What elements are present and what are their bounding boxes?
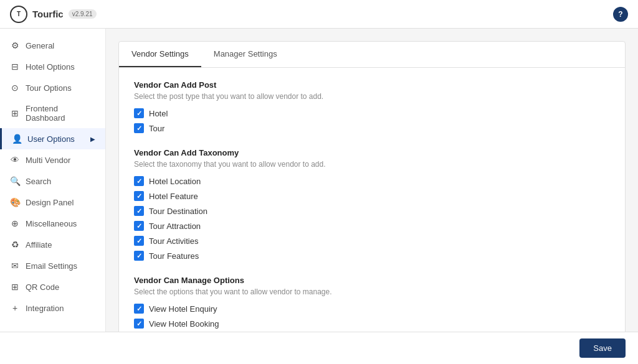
- label-tour-destination: Tour Destination: [149, 207, 207, 216]
- sidebar-label-integration: Integration: [26, 304, 64, 313]
- sidebar-icon-frontend-dashboard: ⊞: [10, 108, 20, 118]
- label-tour-activities: Tour Activities: [149, 236, 198, 246]
- checkbox-view-hotel-enquiry[interactable]: [134, 304, 144, 314]
- label-hotel: Hotel: [149, 109, 168, 118]
- sidebar-icon-hotel-options: ⊟: [10, 62, 20, 72]
- app-header: T Tourfic v2.9.21 ?: [0, 0, 638, 29]
- sidebar-icon-miscellaneous: ⊕: [10, 218, 20, 228]
- sidebar-label-design-panel: Design Panel: [26, 198, 74, 207]
- sidebar-label-qr-code: QR Code: [26, 282, 59, 292]
- sidebar-icon-design-panel: 🎨: [10, 197, 20, 207]
- tab-content: Vendor Can Add Post Select the post type…: [119, 68, 625, 332]
- sidebar-label-user-options: User Options: [27, 134, 75, 144]
- sidebar-icon-email-settings: ✉: [10, 261, 20, 271]
- sidebar-item-affiliate[interactable]: ♻ Affiliate: [0, 234, 105, 255]
- sidebar-icon-qr-code: ⊞: [10, 282, 20, 292]
- sidebar-item-miscellaneous[interactable]: ⊕ Miscellaneous: [0, 213, 105, 234]
- sidebar-item-search[interactable]: 🔍 Search: [0, 170, 105, 192]
- tab-bar: Vendor Settings Manager Settings: [119, 42, 625, 68]
- sidebar-label-search: Search: [26, 177, 51, 186]
- label-view-hotel-booking: View Hotel Booking: [149, 319, 219, 329]
- sidebar-icon-integration: +: [10, 303, 20, 313]
- tab-manager-settings[interactable]: Manager Settings: [201, 42, 290, 67]
- vendor-add-post-title: Vendor Can Add Post: [134, 80, 610, 90]
- sidebar-label-general: General: [26, 41, 54, 50]
- label-tour-features: Tour Features: [149, 251, 199, 261]
- logo-initial: T: [17, 11, 21, 17]
- save-button[interactable]: Save: [579, 338, 626, 358]
- checkbox-tour-destination[interactable]: [134, 206, 144, 216]
- checkbox-tour-activities[interactable]: [134, 236, 144, 246]
- section-vendor-manage-options: Vendor Can Manage Options Select the opt…: [134, 276, 610, 332]
- sidebar-icon-general: ⚙: [10, 40, 20, 50]
- logo-area: T Tourfic v2.9.21: [10, 6, 97, 23]
- label-tour: Tour: [149, 124, 164, 133]
- checkbox-tour[interactable]: [134, 123, 144, 133]
- sidebar-item-design-panel[interactable]: 🎨 Design Panel: [0, 192, 105, 213]
- vendor-add-taxonomy-title: Vendor Can Add Taxonomy: [134, 148, 610, 157]
- vendor-manage-options-list: View Hotel Enquiry View Hotel Booking Vi…: [134, 304, 610, 332]
- chevron-icon: ▶: [90, 136, 95, 142]
- checkbox-view-hotel-booking[interactable]: [134, 319, 144, 329]
- option-view-hotel-booking: View Hotel Booking: [134, 319, 610, 329]
- sidebar-label-miscellaneous: Miscellaneous: [26, 219, 77, 228]
- tab-vendor-settings[interactable]: Vendor Settings: [119, 42, 201, 67]
- logo-text: Tourfic: [32, 9, 64, 19]
- sidebar: ⚙ General ⊟ Hotel Options ⊙ Tour Options…: [0, 29, 106, 332]
- vendor-add-post-options: Hotel Tour: [134, 108, 610, 133]
- sidebar-item-general[interactable]: ⚙ General: [0, 35, 105, 56]
- settings-card: Vendor Settings Manager Settings Vendor …: [118, 41, 626, 332]
- section-vendor-add-post: Vendor Can Add Post Select the post type…: [134, 80, 610, 133]
- vendor-manage-options-title: Vendor Can Manage Options: [134, 276, 610, 285]
- sidebar-label-email-settings: Email Settings: [26, 261, 77, 271]
- sidebar-label-multi-vendor: Multi Vendor: [26, 156, 70, 165]
- main-layout: ⚙ General ⊟ Hotel Options ⊙ Tour Options…: [0, 29, 638, 332]
- checkbox-hotel-feature[interactable]: [134, 191, 144, 201]
- sidebar-label-hotel-options: Hotel Options: [26, 62, 75, 72]
- vendor-add-taxonomy-options: Hotel Location Hotel Feature Tour Destin…: [134, 176, 610, 261]
- sidebar-item-hotel-options[interactable]: ⊟ Hotel Options: [0, 56, 105, 77]
- logo-icon: T: [10, 6, 27, 23]
- sidebar-icon-user-options: 👤: [12, 134, 22, 144]
- sidebar-item-integration[interactable]: + Integration: [0, 297, 105, 319]
- page-footer: Save: [0, 332, 638, 364]
- label-hotel-location: Hotel Location: [149, 177, 201, 186]
- help-button[interactable]: ?: [613, 7, 628, 22]
- version-badge: v2.9.21: [69, 9, 97, 19]
- main-content: Vendor Settings Manager Settings Vendor …: [106, 29, 638, 332]
- sidebar-item-user-options[interactable]: 👤 User Options ▶: [0, 128, 105, 149]
- option-hotel-location: Hotel Location: [134, 176, 610, 186]
- option-tour-activities: Tour Activities: [134, 236, 610, 246]
- sidebar-label-frontend-dashboard: Frontend Dashboard: [26, 104, 95, 123]
- sidebar-icon-search: 🔍: [10, 176, 20, 186]
- sidebar-icon-multi-vendor: 👁: [10, 155, 20, 165]
- vendor-add-taxonomy-desc: Select the taxonomy that you want to all…: [134, 160, 610, 169]
- label-view-hotel-enquiry: View Hotel Enquiry: [149, 304, 217, 314]
- vendor-manage-options-desc: Select the options that you want to allo…: [134, 287, 610, 296]
- checkbox-hotel-location[interactable]: [134, 176, 144, 186]
- sidebar-icon-affiliate: ♻: [10, 240, 20, 250]
- label-tour-attraction: Tour Attraction: [149, 222, 201, 231]
- checkbox-hotel[interactable]: [134, 108, 144, 118]
- sidebar-item-qr-code[interactable]: ⊞ QR Code: [0, 276, 105, 297]
- vendor-add-post-desc: Select the post type that you want to al…: [134, 92, 610, 101]
- option-tour-attraction: Tour Attraction: [134, 221, 610, 231]
- option-hotel-feature: Hotel Feature: [134, 191, 610, 201]
- sidebar-item-tour-options[interactable]: ⊙ Tour Options: [0, 77, 105, 98]
- option-tour-features: Tour Features: [134, 251, 610, 261]
- sidebar-label-tour-options: Tour Options: [26, 83, 72, 93]
- sidebar-item-multi-vendor[interactable]: 👁 Multi Vendor: [0, 149, 105, 170]
- option-hotel: Hotel: [134, 108, 610, 118]
- sidebar-item-email-settings[interactable]: ✉ Email Settings: [0, 255, 105, 276]
- sidebar-icon-tour-options: ⊙: [10, 83, 20, 93]
- checkbox-tour-attraction[interactable]: [134, 221, 144, 231]
- option-view-hotel-enquiry: View Hotel Enquiry: [134, 304, 610, 314]
- section-vendor-add-taxonomy: Vendor Can Add Taxonomy Select the taxon…: [134, 148, 610, 261]
- sidebar-item-frontend-dashboard[interactable]: ⊞ Frontend Dashboard: [0, 98, 105, 128]
- option-tour-destination: Tour Destination: [134, 206, 610, 216]
- option-tour: Tour: [134, 123, 610, 133]
- sidebar-label-affiliate: Affiliate: [26, 240, 52, 250]
- checkbox-tour-features[interactable]: [134, 251, 144, 261]
- label-hotel-feature: Hotel Feature: [149, 192, 198, 201]
